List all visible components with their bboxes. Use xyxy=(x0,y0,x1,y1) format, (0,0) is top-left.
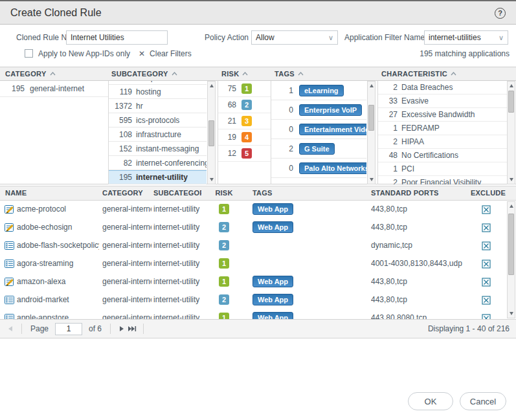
subcategory-item[interactable]: 595ics-protocols xyxy=(109,113,207,127)
scrollbar-thumb[interactable] xyxy=(368,105,374,131)
policy-action-select[interactable]: Allow ∨ xyxy=(251,30,338,45)
table-header-exclude[interactable]: EXCLUDE xyxy=(469,186,507,200)
scroll-up-icon[interactable] xyxy=(510,84,513,87)
tag-item[interactable]: 0 Enterprise VoIP xyxy=(271,100,366,120)
risk-item[interactable]: 12 5 xyxy=(218,146,271,162)
exclude-icon[interactable] xyxy=(482,314,491,319)
sort-asc-icon xyxy=(172,72,177,76)
risk-badge: 2 xyxy=(219,240,229,250)
scroll-down-icon[interactable] xyxy=(370,178,374,181)
exclude-icon[interactable] xyxy=(482,205,491,214)
page-input[interactable] xyxy=(55,323,82,335)
cloned-rule-name-input[interactable] xyxy=(66,30,168,45)
last-page-button[interactable] xyxy=(127,323,137,335)
sort-asc-icon xyxy=(298,72,304,76)
table-header-subcategory[interactable]: SUBCATEGORY xyxy=(153,186,201,200)
characteristic-item[interactable]: 2Poor Financial Visibility xyxy=(378,176,507,184)
previous-page-button[interactable] xyxy=(5,323,16,335)
tag-chip: Web App xyxy=(252,312,293,319)
characteristic-scrollbar[interactable] xyxy=(507,81,515,184)
filter-header-category[interactable]: CATEGORY xyxy=(5,67,56,80)
item-count: 195 xyxy=(0,81,25,97)
next-page-button[interactable] xyxy=(117,323,127,335)
scrollbar-thumb[interactable] xyxy=(508,91,514,113)
apps-table-scrollbar[interactable] xyxy=(507,201,515,318)
clear-filters-button[interactable]: ✕ Clear Filters xyxy=(139,49,192,58)
apply-new-appids-checkbox[interactable] xyxy=(25,49,33,58)
app-row[interactable]: acme-protocol general-internet internet-… xyxy=(0,201,516,219)
ok-button[interactable]: OK xyxy=(408,392,453,410)
exclude-icon[interactable] xyxy=(482,260,491,269)
app-standard-ports: dynamic,tcp xyxy=(371,241,468,250)
table-header-name[interactable]: NAME xyxy=(5,186,96,200)
item-count: 1 xyxy=(271,86,293,95)
category-item[interactable]: 195general-internet xyxy=(0,81,108,97)
scrollbar-thumb[interactable] xyxy=(508,214,514,275)
scroll-down-icon[interactable] xyxy=(510,312,513,315)
characteristic-list: 2Data Breaches 33Evasive 27Excessive Ban… xyxy=(378,81,516,184)
chevron-down-icon: ∨ xyxy=(328,34,333,42)
help-icon[interactable]: ? xyxy=(495,8,506,19)
app-row[interactable]: amazon-alexa general-internet internet-u… xyxy=(0,273,516,291)
exclude-icon[interactable] xyxy=(482,296,491,305)
table-header-risk[interactable]: RISK xyxy=(202,186,246,200)
filter-header-characteristic[interactable]: CHARACTERISTIC xyxy=(381,67,456,80)
table-header-category[interactable]: CATEGORY xyxy=(102,186,151,200)
tag-item[interactable]: 1 eLearning xyxy=(271,81,366,100)
tag-chip: Web App xyxy=(252,294,293,305)
item-label: hr xyxy=(136,102,143,111)
app-row[interactable]: android-market general-internet internet… xyxy=(0,291,516,309)
risk-item[interactable]: 19 4 xyxy=(218,129,271,146)
scroll-up-icon[interactable] xyxy=(510,204,513,208)
subcategory-item[interactable]: 119hosting xyxy=(109,85,207,99)
app-row[interactable]: agora-streaming general-internet interne… xyxy=(0,255,516,273)
sort-asc-icon xyxy=(451,72,456,76)
subcategory-item[interactable]: 82internet-conferencing xyxy=(109,156,207,170)
characteristic-item[interactable]: 27Excessive Bandwidth xyxy=(378,108,507,122)
filter-header-subcategory[interactable]: SUBCATEGORY xyxy=(111,67,177,80)
characteristic-item[interactable]: 2HIPAA xyxy=(378,135,507,149)
tags-scrollbar[interactable] xyxy=(367,81,376,184)
item-count: 1 xyxy=(378,122,398,135)
application-filter-name-select[interactable]: internet-utilities ∨ xyxy=(424,30,508,45)
app-row[interactable]: apple-appstore general-internet internet… xyxy=(0,309,516,319)
page-label: Page xyxy=(30,324,49,333)
tag-item[interactable]: 2 G Suite xyxy=(271,139,366,159)
subcategory-item[interactable]: 108infrastructure xyxy=(109,127,207,142)
app-row[interactable]: adobe-flash-socketpolicy-s general-inter… xyxy=(0,237,516,255)
cancel-button[interactable]: Cancel xyxy=(460,392,506,410)
risk-item[interactable]: 68 2 xyxy=(218,97,271,113)
tag-item[interactable]: 0 Entertainment Video xyxy=(271,120,366,139)
item-count: 195 xyxy=(109,171,132,184)
exclude-icon[interactable] xyxy=(482,278,491,287)
filter-header-tags[interactable]: TAGS xyxy=(275,67,304,80)
subcategory-item[interactable]: 1372hr xyxy=(109,99,207,113)
table-header-standard-ports[interactable]: STANDARD PORTS xyxy=(371,186,465,200)
item-label: general-internet xyxy=(30,84,84,93)
scroll-down-icon[interactable] xyxy=(510,178,513,181)
characteristic-item[interactable]: 33Evasive xyxy=(378,94,507,108)
exclude-icon[interactable] xyxy=(482,241,491,250)
table-header-tags[interactable]: TAGS xyxy=(252,186,363,200)
item-count: 595 xyxy=(109,113,132,127)
characteristic-item[interactable]: 1FEDRAMP xyxy=(378,122,507,135)
filter-header-risk[interactable]: RISK xyxy=(221,67,248,80)
exclude-icon[interactable] xyxy=(482,223,491,232)
app-name: amazon-alexa xyxy=(17,277,99,286)
app-row[interactable]: adobe-echosign general-internet internet… xyxy=(0,219,516,237)
app-category: general-internet xyxy=(102,204,151,214)
scroll-down-icon[interactable] xyxy=(210,178,214,181)
scrollbar-thumb[interactable] xyxy=(208,120,214,146)
subcategory-item[interactable]: 195internet-utility xyxy=(109,170,207,184)
scroll-up-icon[interactable] xyxy=(370,84,374,87)
risk-item[interactable]: 21 3 xyxy=(218,113,271,129)
characteristic-item[interactable]: 1PCI xyxy=(378,162,507,176)
item-label: Data Breaches xyxy=(401,83,453,92)
characteristic-item[interactable]: 2Data Breaches xyxy=(378,81,507,94)
subcategory-scrollbar[interactable] xyxy=(207,81,216,184)
tag-item[interactable]: 0 Palo Alto Networks xyxy=(271,159,366,178)
scroll-up-icon[interactable] xyxy=(210,84,214,87)
risk-item[interactable]: 75 1 xyxy=(218,81,271,97)
characteristic-item[interactable]: 48No Certifications xyxy=(378,149,507,162)
subcategory-item[interactable]: 152instant-messaging xyxy=(109,142,207,156)
